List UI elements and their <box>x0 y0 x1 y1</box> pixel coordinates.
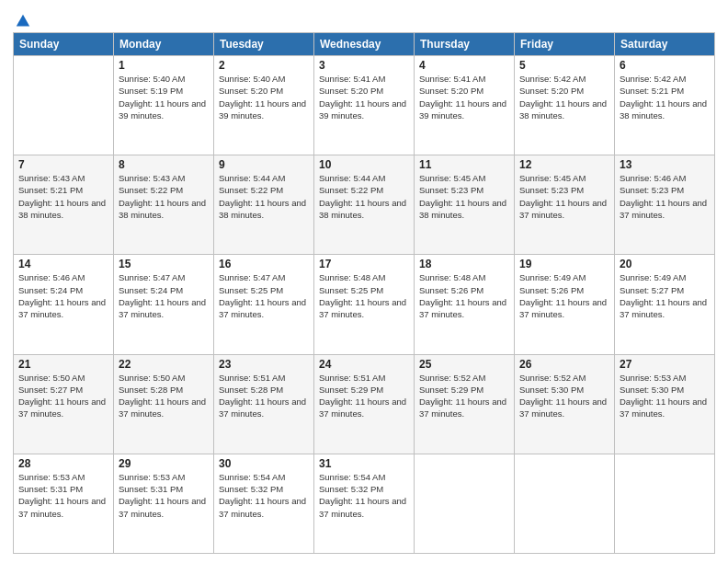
calendar-cell: 8Sunrise: 5:43 AMSunset: 5:22 PMDaylight… <box>114 155 214 255</box>
calendar-cell: 13Sunrise: 5:46 AMSunset: 5:23 PMDayligh… <box>615 155 715 255</box>
day-header-tuesday: Tuesday <box>214 33 314 56</box>
calendar-cell: 18Sunrise: 5:48 AMSunset: 5:26 PMDayligh… <box>415 255 515 354</box>
calendar-cell: 1Sunrise: 5:40 AMSunset: 5:19 PMDaylight… <box>114 56 214 155</box>
day-info: Sunrise: 5:54 AMSunset: 5:32 PMDaylight:… <box>319 471 409 520</box>
day-number: 16 <box>219 258 309 270</box>
calendar-week-row: 1Sunrise: 5:40 AMSunset: 5:19 PMDaylight… <box>14 56 715 155</box>
day-number: 3 <box>319 59 409 72</box>
calendar-cell: 27Sunrise: 5:53 AMSunset: 5:30 PMDayligh… <box>615 354 715 454</box>
day-info: Sunrise: 5:52 AMSunset: 5:30 PMDaylight:… <box>519 372 609 420</box>
day-header-saturday: Saturday <box>615 33 715 56</box>
day-number: 12 <box>519 158 609 171</box>
day-info: Sunrise: 5:43 AMSunset: 5:22 PMDaylight:… <box>119 172 209 221</box>
day-number: 1 <box>119 59 209 72</box>
day-number: 22 <box>119 358 209 371</box>
day-info: Sunrise: 5:42 AMSunset: 5:20 PMDaylight:… <box>519 73 609 121</box>
day-info: Sunrise: 5:45 AMSunset: 5:23 PMDaylight:… <box>519 172 609 221</box>
day-info: Sunrise: 5:40 AMSunset: 5:19 PMDaylight:… <box>119 73 209 121</box>
calendar-cell: 10Sunrise: 5:44 AMSunset: 5:22 PMDayligh… <box>314 155 415 255</box>
calendar-cell: 14Sunrise: 5:46 AMSunset: 5:24 PMDayligh… <box>14 255 114 354</box>
day-info: Sunrise: 5:54 AMSunset: 5:32 PMDaylight:… <box>219 471 309 520</box>
calendar-cell: 19Sunrise: 5:49 AMSunset: 5:26 PMDayligh… <box>515 255 615 354</box>
day-info: Sunrise: 5:47 AMSunset: 5:24 PMDaylight:… <box>119 271 209 320</box>
day-number: 2 <box>219 59 309 72</box>
calendar-cell: 28Sunrise: 5:53 AMSunset: 5:31 PMDayligh… <box>14 454 114 553</box>
calendar-cell: 15Sunrise: 5:47 AMSunset: 5:24 PMDayligh… <box>114 255 214 354</box>
calendar-cell: 25Sunrise: 5:52 AMSunset: 5:29 PMDayligh… <box>415 354 515 454</box>
day-header-wednesday: Wednesday <box>314 33 415 56</box>
day-info: Sunrise: 5:44 AMSunset: 5:22 PMDaylight:… <box>319 172 409 221</box>
calendar-cell <box>615 454 715 553</box>
day-number: 11 <box>419 158 509 171</box>
calendar-cell: 4Sunrise: 5:41 AMSunset: 5:20 PMDaylight… <box>415 56 515 155</box>
calendar-cell: 31Sunrise: 5:54 AMSunset: 5:32 PMDayligh… <box>314 454 415 553</box>
calendar-week-row: 14Sunrise: 5:46 AMSunset: 5:24 PMDayligh… <box>14 255 715 354</box>
day-number: 26 <box>519 358 609 371</box>
day-number: 30 <box>219 457 309 470</box>
day-number: 7 <box>18 158 108 171</box>
calendar-cell <box>515 454 615 553</box>
day-info: Sunrise: 5:53 AMSunset: 5:30 PMDaylight:… <box>620 372 710 420</box>
calendar-week-row: 28Sunrise: 5:53 AMSunset: 5:31 PMDayligh… <box>14 454 715 553</box>
day-info: Sunrise: 5:49 AMSunset: 5:26 PMDaylight:… <box>519 271 609 320</box>
calendar-week-row: 7Sunrise: 5:43 AMSunset: 5:21 PMDaylight… <box>14 155 715 255</box>
day-info: Sunrise: 5:41 AMSunset: 5:20 PMDaylight:… <box>419 73 509 121</box>
day-info: Sunrise: 5:48 AMSunset: 5:25 PMDaylight:… <box>319 271 409 320</box>
calendar-cell: 17Sunrise: 5:48 AMSunset: 5:25 PMDayligh… <box>314 255 415 354</box>
day-info: Sunrise: 5:51 AMSunset: 5:28 PMDaylight:… <box>219 372 309 420</box>
day-number: 31 <box>319 457 409 470</box>
day-number: 13 <box>620 158 710 171</box>
calendar-cell: 26Sunrise: 5:52 AMSunset: 5:30 PMDayligh… <box>515 354 615 454</box>
calendar: SundayMondayTuesdayWednesdayThursdayFrid… <box>13 32 715 554</box>
calendar-cell: 3Sunrise: 5:41 AMSunset: 5:20 PMDaylight… <box>314 56 415 155</box>
day-info: Sunrise: 5:46 AMSunset: 5:24 PMDaylight:… <box>18 271 108 320</box>
day-info: Sunrise: 5:47 AMSunset: 5:25 PMDaylight:… <box>219 271 309 320</box>
day-number: 24 <box>319 358 409 371</box>
day-header-monday: Monday <box>114 33 214 56</box>
calendar-cell: 6Sunrise: 5:42 AMSunset: 5:21 PMDaylight… <box>615 56 715 155</box>
day-info: Sunrise: 5:50 AMSunset: 5:27 PMDaylight:… <box>18 372 108 420</box>
day-number: 27 <box>620 358 710 371</box>
day-info: Sunrise: 5:53 AMSunset: 5:31 PMDaylight:… <box>119 471 209 520</box>
calendar-cell: 11Sunrise: 5:45 AMSunset: 5:23 PMDayligh… <box>415 155 515 255</box>
day-number: 23 <box>219 358 309 371</box>
day-info: Sunrise: 5:42 AMSunset: 5:21 PMDaylight:… <box>620 73 710 121</box>
day-number: 4 <box>419 59 509 72</box>
day-number: 9 <box>219 158 309 171</box>
calendar-cell: 2Sunrise: 5:40 AMSunset: 5:20 PMDaylight… <box>214 56 314 155</box>
day-header-friday: Friday <box>515 33 615 56</box>
day-info: Sunrise: 5:41 AMSunset: 5:20 PMDaylight:… <box>319 73 409 121</box>
day-number: 10 <box>319 158 409 171</box>
day-info: Sunrise: 5:49 AMSunset: 5:27 PMDaylight:… <box>620 271 710 320</box>
day-number: 17 <box>319 258 409 270</box>
day-info: Sunrise: 5:45 AMSunset: 5:23 PMDaylight:… <box>419 172 509 221</box>
day-info: Sunrise: 5:53 AMSunset: 5:31 PMDaylight:… <box>18 471 108 520</box>
day-number: 18 <box>419 258 509 270</box>
day-number: 8 <box>119 158 209 171</box>
calendar-cell <box>415 454 515 553</box>
calendar-cell: 16Sunrise: 5:47 AMSunset: 5:25 PMDayligh… <box>214 255 314 354</box>
logo-icon <box>15 13 31 29</box>
day-number: 19 <box>519 258 609 270</box>
day-number: 5 <box>519 59 609 72</box>
day-number: 14 <box>18 258 108 270</box>
day-info: Sunrise: 5:52 AMSunset: 5:29 PMDaylight:… <box>419 372 509 420</box>
calendar-cell: 23Sunrise: 5:51 AMSunset: 5:28 PMDayligh… <box>214 354 314 454</box>
day-number: 25 <box>419 358 509 371</box>
calendar-cell: 9Sunrise: 5:44 AMSunset: 5:22 PMDaylight… <box>214 155 314 255</box>
day-info: Sunrise: 5:50 AMSunset: 5:28 PMDaylight:… <box>119 372 209 420</box>
day-header-sunday: Sunday <box>14 33 114 56</box>
svg-marker-0 <box>17 15 29 27</box>
day-info: Sunrise: 5:44 AMSunset: 5:22 PMDaylight:… <box>219 172 309 221</box>
day-info: Sunrise: 5:40 AMSunset: 5:20 PMDaylight:… <box>219 73 309 121</box>
calendar-cell: 5Sunrise: 5:42 AMSunset: 5:20 PMDaylight… <box>515 56 615 155</box>
calendar-cell: 29Sunrise: 5:53 AMSunset: 5:31 PMDayligh… <box>114 454 214 553</box>
day-info: Sunrise: 5:43 AMSunset: 5:21 PMDaylight:… <box>18 172 108 221</box>
calendar-cell: 24Sunrise: 5:51 AMSunset: 5:29 PMDayligh… <box>314 354 415 454</box>
calendar-cell: 22Sunrise: 5:50 AMSunset: 5:28 PMDayligh… <box>114 354 214 454</box>
page: SundayMondayTuesdayWednesdayThursdayFrid… <box>0 0 728 563</box>
day-number: 6 <box>620 59 710 72</box>
day-number: 15 <box>119 258 209 270</box>
header <box>13 9 715 27</box>
day-number: 20 <box>620 258 710 270</box>
